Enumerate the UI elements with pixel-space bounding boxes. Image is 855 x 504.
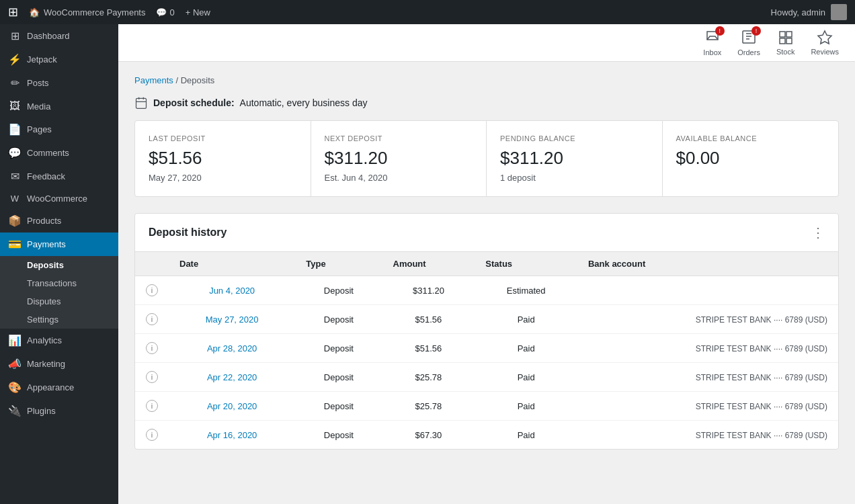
sidebar-subitem-transactions[interactable]: Transactions [0,274,118,292]
main-layout: ⊞ Dashboard ⚡ Jetpack ✏ Posts 🖼 Media 📄 … [0,24,855,504]
appearance-icon: 🎨 [8,381,22,394]
disputes-label: Disputes [27,296,61,306]
table-row: i Jun 4, 2020 Deposit $311.20 Estimated [135,276,838,305]
sidebar-item-appearance[interactable]: 🎨 Appearance [0,376,118,399]
analytics-icon: 📊 [8,334,22,347]
wp-logo-icon[interactable]: ⊞ [8,5,18,19]
inbox-label: Inbox [703,48,721,56]
content-area: ! Inbox ! Orders Stock [118,24,855,504]
row-info-icon[interactable]: i [135,334,169,363]
new-label: + New [186,7,210,17]
pages-icon: 📄 [8,123,22,136]
plugins-icon: 🔌 [8,405,22,417]
sidebar-label-posts: Posts [27,78,49,88]
row-bank [577,276,838,305]
dashboard-icon: ⊞ [8,30,22,42]
sidebar-subitem-disputes[interactable]: Disputes [0,292,118,310]
orders-label: Orders [737,48,760,56]
stat-pending-balance-value: $311.20 [500,148,649,169]
th-info [135,252,169,276]
sidebar-item-feedback[interactable]: ✉ Feedback [0,165,118,188]
deposit-history-card: Deposit history ⋮ Date Type Amount Statu… [134,213,839,450]
row-type: Deposit [295,363,382,392]
sidebar-item-comments[interactable]: 💬 Comments [0,141,118,165]
row-date: May 27, 2020 [169,305,295,334]
jetpack-icon: ⚡ [8,53,22,66]
sidebar-item-pages[interactable]: 📄 Pages [0,118,118,141]
stat-next-deposit-label: NEXT DEPOSIT [325,134,473,142]
sidebar-item-plugins[interactable]: 🔌 Plugins [0,399,118,423]
payments-icon: 💳 [8,238,22,251]
sidebar-label-products: Products [27,216,61,226]
inbox-button[interactable]: ! Inbox [703,29,721,56]
sidebar-label-woocommerce: WooCommerce [27,194,87,204]
row-type: Deposit [295,305,382,334]
orders-button[interactable]: ! Orders [737,29,760,56]
sidebar-label-payments: Payments [27,239,66,249]
row-amount: $311.20 [382,276,475,305]
breadcrumb: Payments / Deposits [134,75,839,85]
page-content: Payments / Deposits Deposit schedule: Au… [118,62,855,504]
orders-badge: ! [751,26,761,36]
row-info-icon[interactable]: i [135,421,169,450]
table-row: i May 27, 2020 Deposit $51.56 Paid STRIP… [135,305,838,334]
row-status: Paid [475,363,577,392]
top-toolbar: ! Inbox ! Orders Stock [118,24,855,62]
deposit-table: Date Type Amount Status Bank account i J… [135,252,838,449]
reviews-label: Reviews [811,48,839,56]
sidebar-label-feedback: Feedback [27,171,65,181]
sidebar-subitem-settings[interactable]: Settings [0,310,118,329]
sidebar-item-marketing[interactable]: 📣 Marketing [0,352,118,376]
sidebar-subitem-deposits[interactable]: Deposits [0,256,118,274]
breadcrumb-separator: / [175,75,180,85]
woocommerce-icon: W [8,194,22,204]
feedback-icon: ✉ [8,170,22,183]
row-info-icon[interactable]: i [135,305,169,334]
row-info-icon[interactable]: i [135,276,169,305]
th-bank: Bank account [577,252,838,276]
avatar[interactable] [831,4,847,20]
comments-count: 0 [169,7,174,17]
sidebar-item-jetpack[interactable]: ⚡ Jetpack [0,48,118,71]
stat-next-deposit-sub: Est. Jun 4, 2020 [325,173,473,183]
stock-button[interactable]: Stock [776,30,795,56]
deposit-history-header: Deposit history ⋮ [135,214,838,252]
sidebar: ⊞ Dashboard ⚡ Jetpack ✏ Posts 🖼 Media 📄 … [0,24,118,504]
row-info-icon[interactable]: i [135,392,169,421]
stat-pending-balance: PENDING BALANCE $311.20 1 deposit [487,121,663,196]
row-amount: $25.78 [382,392,475,421]
sidebar-item-woocommerce[interactable]: W WooCommerce [0,188,118,209]
breadcrumb-parent[interactable]: Payments [134,75,173,85]
sidebar-item-media[interactable]: 🖼 Media [0,95,118,118]
admin-bar-new[interactable]: + New [186,7,210,17]
more-options-button[interactable]: ⋮ [811,224,825,241]
svg-marker-5 [818,31,831,44]
admin-bar-comments[interactable]: 💬 0 [156,7,174,17]
row-amount: $67.30 [382,421,475,450]
row-bank: STRIPE TEST BANK ···· 6789 (USD) [577,363,838,392]
row-status: Paid [475,334,577,363]
sidebar-item-products[interactable]: 📦 Products [0,209,118,233]
sidebar-item-dashboard[interactable]: ⊞ Dashboard [0,24,118,48]
admin-bar: ⊞ 🏠 WooCommerce Payments 💬 0 + New Howdy… [0,0,855,24]
sidebar-item-payments[interactable]: 💳 Payments [0,233,118,256]
svg-rect-3 [780,38,785,44]
stock-label: Stock [776,48,795,56]
comments-nav-icon: 💬 [8,146,22,159]
row-status: Paid [475,392,577,421]
sidebar-item-posts[interactable]: ✏ Posts [0,71,118,95]
reviews-icon [817,30,833,46]
svg-rect-2 [786,32,792,37]
sidebar-label-marketing: Marketing [27,359,65,369]
deposit-schedule: Deposit schedule: Automatic, every busin… [134,96,839,110]
deposit-schedule-label: Deposit schedule: [153,97,235,108]
calendar-icon [134,96,148,110]
row-type: Deposit [295,334,382,363]
reviews-button[interactable]: Reviews [811,30,839,56]
row-amount: $51.56 [382,334,475,363]
sidebar-item-analytics[interactable]: 📊 Analytics [0,329,118,352]
sidebar-label-analytics: Analytics [27,335,62,345]
admin-bar-site[interactable]: 🏠 WooCommerce Payments [29,7,145,17]
deposit-schedule-value: Automatic, every business day [240,97,368,108]
row-info-icon[interactable]: i [135,363,169,392]
